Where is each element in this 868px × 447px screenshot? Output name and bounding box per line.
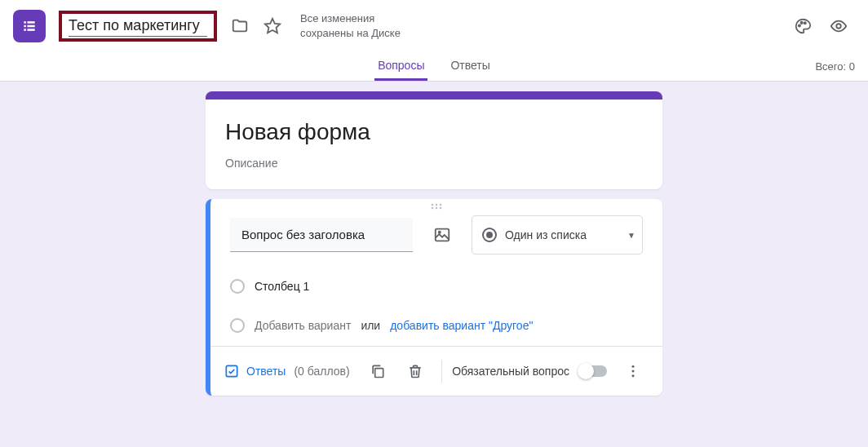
tab-answers[interactable]: Ответы bbox=[447, 52, 493, 81]
svg-point-22 bbox=[632, 370, 635, 373]
question-body: Один из списка ▼ Столбец 1 Добавить вари… bbox=[210, 210, 662, 346]
forms-logo-icon bbox=[21, 18, 38, 34]
form-heading[interactable]: Новая форма bbox=[225, 119, 643, 145]
option-label[interactable]: Столбец 1 bbox=[255, 280, 309, 293]
svg-point-12 bbox=[436, 204, 438, 206]
answer-key-label: Ответы bbox=[246, 365, 286, 378]
required-switch[interactable] bbox=[579, 365, 607, 377]
tab-questions[interactable]: Вопросы bbox=[374, 52, 427, 81]
question-type-select[interactable]: Один из списка ▼ bbox=[472, 215, 643, 254]
add-other-button[interactable]: добавить вариант "Другое" bbox=[390, 319, 533, 332]
radio-circle-icon bbox=[230, 279, 245, 294]
copy-icon bbox=[370, 363, 386, 379]
header: Все изменения сохранены на Диске bbox=[0, 0, 868, 52]
checkbox-check-icon bbox=[224, 363, 240, 379]
question-footer: Ответы (0 баллов) Обязательный вопрос bbox=[210, 346, 662, 396]
tabs-row: Вопросы Ответы Всего: 0 bbox=[0, 52, 868, 82]
customize-theme-button[interactable] bbox=[786, 10, 819, 42]
chevron-down-icon: ▼ bbox=[627, 231, 636, 240]
svg-rect-0 bbox=[24, 21, 26, 24]
drag-handle[interactable] bbox=[210, 199, 662, 210]
question-type-label: Один из списка bbox=[505, 228, 587, 241]
more-vert-icon bbox=[625, 363, 641, 379]
add-option-row: Добавить вариант или добавить вариант "Д… bbox=[230, 313, 643, 338]
svg-point-16 bbox=[440, 207, 442, 210]
or-text: или bbox=[361, 319, 380, 332]
star-icon bbox=[264, 17, 281, 35]
svg-rect-2 bbox=[24, 25, 26, 28]
question-title-input[interactable] bbox=[230, 218, 413, 252]
question-header-row: Один из списка ▼ bbox=[230, 215, 643, 254]
svg-rect-20 bbox=[375, 369, 383, 378]
svg-point-13 bbox=[440, 204, 442, 206]
forms-logo bbox=[13, 10, 46, 42]
move-to-folder-button[interactable] bbox=[224, 10, 256, 42]
form-description[interactable]: Описание bbox=[225, 157, 643, 170]
eye-icon bbox=[830, 17, 848, 35]
drag-handle-icon bbox=[427, 202, 446, 210]
svg-point-11 bbox=[432, 204, 434, 206]
svg-point-10 bbox=[836, 24, 841, 29]
svg-marker-6 bbox=[265, 19, 280, 33]
question-card: Один из списка ▼ Столбец 1 Добавить вари… bbox=[206, 199, 662, 396]
answer-key-button[interactable]: Ответы bbox=[224, 363, 286, 379]
more-options-button[interactable] bbox=[617, 355, 649, 387]
header-actions bbox=[786, 10, 855, 42]
star-button[interactable] bbox=[256, 10, 289, 42]
divider bbox=[441, 360, 442, 383]
form-title-card[interactable]: Новая форма Описание bbox=[206, 91, 662, 189]
trash-icon bbox=[407, 363, 423, 379]
image-icon bbox=[433, 226, 451, 244]
svg-point-18 bbox=[439, 232, 441, 233]
duplicate-button[interactable] bbox=[361, 355, 394, 387]
delete-button[interactable] bbox=[399, 355, 432, 387]
points-label: (0 баллов) bbox=[294, 365, 349, 378]
radio-circle-icon bbox=[230, 318, 245, 333]
svg-point-15 bbox=[436, 207, 438, 210]
svg-rect-5 bbox=[28, 29, 35, 31]
radio-icon bbox=[482, 228, 497, 242]
svg-point-8 bbox=[801, 22, 803, 24]
tabs: Вопросы Ответы bbox=[374, 52, 494, 81]
save-status: Все изменения сохранены на Диске bbox=[300, 11, 431, 41]
required-label: Обязательный вопрос bbox=[452, 365, 569, 378]
form-title-highlight bbox=[59, 11, 217, 42]
svg-rect-3 bbox=[28, 25, 35, 28]
total-score: Всего: 0 bbox=[815, 60, 855, 73]
svg-point-23 bbox=[632, 374, 635, 377]
add-option-button[interactable]: Добавить вариант bbox=[255, 319, 351, 332]
svg-point-21 bbox=[632, 365, 635, 368]
add-image-button[interactable] bbox=[426, 219, 458, 251]
preview-button[interactable] bbox=[822, 10, 855, 42]
form-title-input[interactable] bbox=[69, 15, 207, 37]
svg-point-7 bbox=[799, 24, 800, 26]
svg-rect-1 bbox=[28, 21, 35, 24]
svg-point-9 bbox=[804, 22, 806, 24]
main: Новая форма Описание Один из списка ▼ bbox=[0, 82, 868, 405]
folder-icon bbox=[231, 17, 249, 35]
options-list: Столбец 1 Добавить вариант или добавить … bbox=[230, 274, 643, 338]
svg-rect-19 bbox=[226, 365, 237, 376]
palette-icon bbox=[794, 17, 812, 35]
svg-rect-4 bbox=[24, 29, 26, 31]
svg-point-14 bbox=[432, 207, 434, 210]
option-row[interactable]: Столбец 1 bbox=[230, 274, 643, 299]
